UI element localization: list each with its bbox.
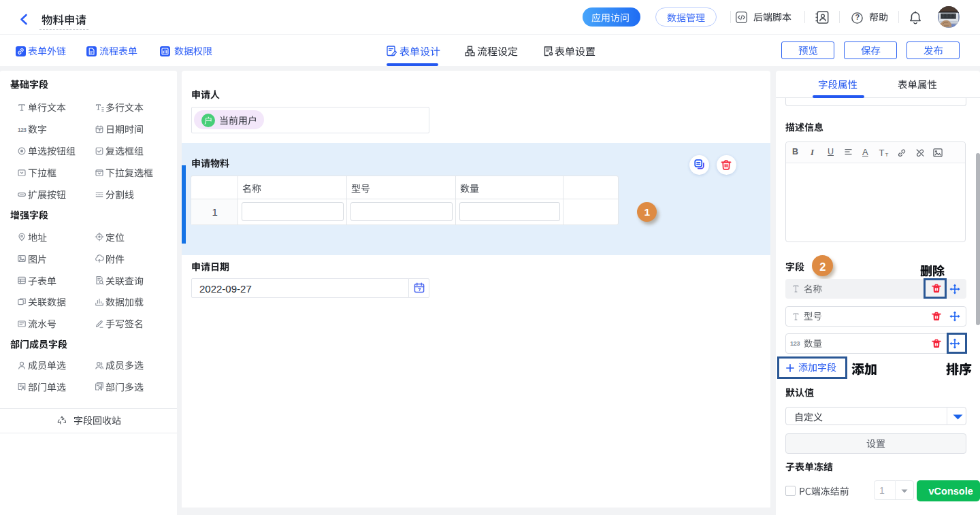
svg-text:123: 123 — [18, 127, 27, 133]
